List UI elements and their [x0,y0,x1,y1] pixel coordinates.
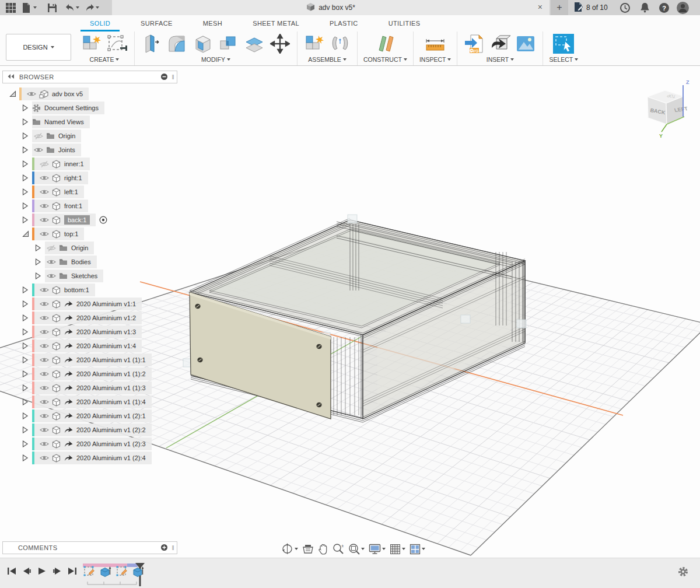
select-icon[interactable] [552,33,575,54]
browser-item-label[interactable]: top:1 [64,230,78,237]
expand-arrow-icon[interactable] [35,272,43,280]
undo-icon[interactable] [65,2,75,13]
browser-row-2020-aluminium-v1-2-2[interactable]: 2020 Aluminium v1 (2):2 [2,423,177,437]
browser-item-label[interactable]: 2020 Aluminium v1 (1):1 [76,356,146,363]
browser-item-label[interactable]: Named Views [44,118,84,125]
help-icon[interactable]: ? [659,2,670,13]
browser-row-2020-aluminium-v1-2-3[interactable]: 2020 Aluminium v1 (2):3 [2,437,177,451]
expand-arrow-icon[interactable] [22,300,30,308]
collapse-all-icon[interactable] [160,73,168,82]
panel-grip-icon[interactable]: ‖ [172,74,174,80]
browser-row-origin[interactable]: Origin [2,129,177,143]
expand-arrow-icon[interactable] [22,328,30,336]
browser-item-label[interactable]: bottom:1 [64,286,89,293]
expand-arrow-icon[interactable] [22,118,30,126]
step-forward-icon[interactable] [52,566,62,576]
ribbon-tab-plastic[interactable]: PLASTIC [314,15,373,32]
undo-caret-icon[interactable] [76,2,79,13]
timeline-feature-sketch-icon[interactable] [83,565,96,580]
expand-arrow-icon[interactable] [22,440,30,448]
browser-item-label[interactable]: Bodies [71,258,91,265]
redo-icon[interactable] [85,2,94,13]
ribbon-group-label[interactable]: CONSTRUCT [363,56,407,65]
insert-svg-icon[interactable]: SVG [463,33,485,54]
browser-row-2020-aluminium-v1-3[interactable]: 2020 Aluminium v1:3 [2,325,177,339]
visibility-eye-icon[interactable] [39,328,50,335]
browser-item-label[interactable]: 2020 Aluminium v1 (1):2 [76,370,146,377]
redo-caret-icon[interactable] [96,2,99,13]
browser-row-origin[interactable]: Origin [2,241,177,255]
ribbon-group-label[interactable]: CREATE [90,56,120,65]
move-icon[interactable] [269,33,291,54]
timeline-feature-sketch-icon[interactable] [116,565,128,580]
visibility-eye-icon[interactable] [39,300,50,307]
expand-arrow-icon[interactable] [22,412,30,420]
visibility-eye-icon[interactable] [39,188,50,195]
expand-arrow-icon[interactable] [22,356,30,364]
ribbon-tab-sheet-metal[interactable]: SHEET METAL [237,15,314,32]
save-icon[interactable] [48,2,57,13]
expand-arrow-icon[interactable] [22,370,30,378]
document-tab[interactable]: adv box v5* × [112,0,550,15]
visibility-eye-icon[interactable] [39,398,50,405]
browser-row-inner-1[interactable]: inner:1 [2,157,177,171]
expand-arrow-icon[interactable] [22,146,30,154]
visibility-eye-icon[interactable] [39,356,50,363]
timeline-gear-icon[interactable] [678,566,688,579]
add-comment-icon[interactable] [160,544,168,552]
browser-row-2020-aluminium-v1-1-4[interactable]: 2020 Aluminium v1 (1):4 [2,395,177,409]
browser-item-label[interactable]: adv box v5 [52,90,83,97]
expand-arrow-icon[interactable] [22,216,30,224]
browser-row-document-settings[interactable]: Document Settings [2,101,177,115]
timeline-feature-extrude-icon[interactable] [132,565,145,580]
expand-arrow-icon[interactable] [22,174,30,182]
expand-arrow-icon[interactable] [22,132,30,140]
browser-item-label[interactable]: 2020 Aluminium v1 (1):4 [76,398,146,405]
plane-icon[interactable] [374,33,396,54]
visibility-eye-icon[interactable] [39,454,50,461]
browser-row-sketches[interactable]: Sketches [2,269,177,283]
browser-row-2020-aluminium-v1-1-1[interactable]: 2020 Aluminium v1 (1):1 [2,353,177,367]
browser-item-label[interactable]: right:1 [64,174,82,181]
ribbon-group-label[interactable]: INSERT [487,56,514,65]
step-back-icon[interactable] [22,566,32,576]
visibility-eye-icon[interactable] [39,370,50,377]
split-icon[interactable] [243,33,265,54]
shell-icon[interactable] [192,33,214,54]
insert-mesh-icon[interactable] [489,33,511,54]
create-sketch-icon[interactable] [106,33,128,54]
browser-row-left-1[interactable]: left:1 [2,185,177,199]
browser-row-front-1[interactable]: front:1 [2,199,177,213]
ribbon-tab-solid[interactable]: SOLID [75,15,125,32]
panel-grip-icon[interactable]: ‖ [172,545,174,551]
browser-row-2020-aluminium-v1-2-4[interactable]: 2020 Aluminium v1 (2):4 [2,451,177,465]
timeline-feature-extrude-icon[interactable] [99,565,112,580]
canvas-icon[interactable] [514,33,537,54]
browser-item-label[interactable]: 2020 Aluminium v1:2 [76,314,136,321]
browser-item-label[interactable]: back:1 [64,215,90,225]
ribbon-tab-surface[interactable]: SURFACE [125,15,188,32]
fit-icon[interactable] [348,543,365,555]
ribbon-tab-utilities[interactable]: UTILITIES [373,15,436,32]
browser-row-adv-box-v5[interactable]: adv box v5 [2,87,177,101]
skip-end-icon[interactable] [68,566,77,576]
fillet-icon[interactable] [166,33,188,54]
browser-header[interactable]: BROWSER ‖ [2,71,177,83]
new-component-icon[interactable] [80,33,103,54]
browser-item-label[interactable]: inner:1 [64,160,84,167]
visibility-eye-icon[interactable] [39,314,50,321]
pan-icon[interactable] [318,544,328,555]
browser-item-label[interactable]: Origin [71,244,88,251]
visibility-eye-off-icon[interactable] [39,160,50,168]
job-status[interactable]: 8 of 10 [573,0,608,15]
expand-arrow-icon[interactable] [22,314,30,322]
browser-row-joints[interactable]: Joints [2,143,177,157]
browser-row-right-1[interactable]: right:1 [2,171,177,185]
ribbon-group-label[interactable]: MODIFY [201,56,230,65]
play-icon[interactable] [37,566,47,576]
browser-item-label[interactable]: 2020 Aluminium v1 (2):2 [76,426,146,433]
browser-row-2020-aluminium-v1-4[interactable]: 2020 Aluminium v1:4 [2,339,177,353]
browser-row-2020-aluminium-v1-2-1[interactable]: 2020 Aluminium v1 (2):1 [2,409,177,423]
expand-arrow-icon[interactable] [22,384,30,392]
visibility-eye-icon[interactable] [39,426,50,433]
